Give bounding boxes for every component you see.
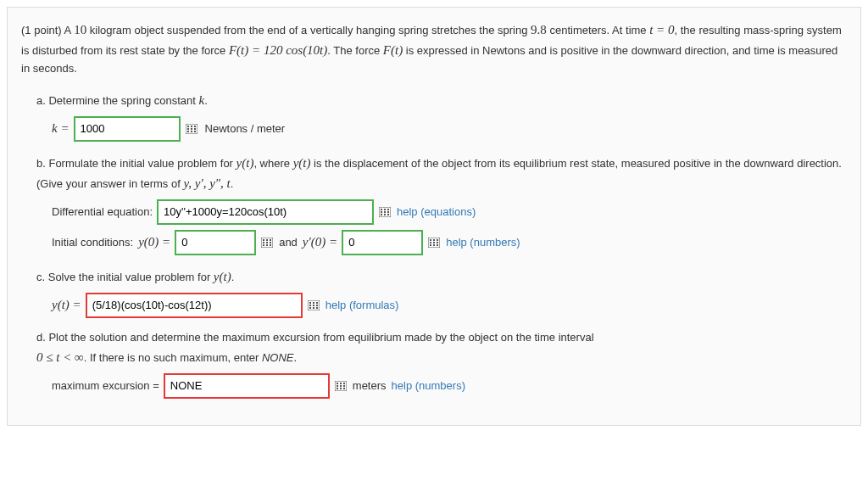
max-excursion-label: maximum excursion = (52, 379, 159, 392)
svg-rect-52 (340, 383, 342, 384)
svg-rect-41 (309, 302, 311, 304)
svg-rect-39 (437, 244, 438, 246)
y0-label: y(0) = (138, 235, 170, 249)
keypad-icon[interactable] (334, 380, 348, 392)
label-end: . (231, 177, 234, 190)
y0-input[interactable] (175, 231, 255, 254)
intro-text: (1 point) A (21, 24, 74, 36)
svg-rect-16 (387, 211, 389, 213)
keypad-icon[interactable] (260, 237, 274, 249)
svg-rect-28 (266, 244, 268, 246)
solution-input[interactable] (86, 294, 302, 317)
keypad-icon[interactable] (427, 237, 441, 249)
svg-rect-11 (381, 209, 382, 210)
part-c: c. Solve the initial value problem for y… (36, 266, 847, 317)
and-text: and (279, 236, 298, 249)
spring-constant-input[interactable] (75, 117, 180, 141)
svg-rect-22 (266, 239, 268, 241)
svg-rect-23 (270, 239, 271, 241)
force-eq: F(t) = 120 cos(10t) (229, 43, 327, 57)
svg-rect-15 (384, 211, 386, 213)
svg-rect-19 (387, 214, 389, 215)
differential-equation-input[interactable] (158, 200, 373, 224)
svg-rect-57 (337, 388, 338, 389)
svg-rect-6 (194, 128, 196, 130)
svg-rect-56 (343, 385, 345, 387)
part-a: a. Determine the spring constant k. k = … (36, 90, 847, 141)
force-sym: F(t) (383, 43, 403, 57)
help-equations-link[interactable]: help (equations) (397, 205, 476, 218)
svg-rect-37 (430, 244, 431, 246)
ic-label: Initial conditions: (52, 236, 133, 249)
svg-rect-14 (381, 211, 382, 213)
help-formulas-link[interactable]: help (formulas) (326, 299, 399, 311)
label-text: b. Formulate the initial value problem f… (36, 157, 236, 170)
part-d-answer-row: maximum excursion = meters help (numbers… (52, 374, 847, 398)
svg-rect-8 (191, 131, 192, 132)
time-zero: t = 0 (649, 23, 674, 36)
part-c-label: c. Solve the initial value problem for y… (36, 266, 847, 287)
svg-rect-45 (313, 305, 314, 306)
keypad-icon[interactable] (185, 123, 198, 135)
ic-row: Initial conditions: y(0) = and y′(0) = h… (52, 231, 847, 254)
yp0-label: y′(0) = (303, 235, 337, 249)
vars: y, y′, y″, t (183, 176, 230, 190)
keypad-icon[interactable] (378, 206, 392, 218)
svg-rect-5 (191, 128, 192, 130)
yp0-input[interactable] (342, 231, 422, 254)
svg-rect-44 (309, 305, 311, 306)
svg-rect-31 (430, 239, 431, 241)
part-d: d. Plot the solution and determine the m… (36, 329, 847, 398)
problem-container: (1 point) A 10 kilogram object suspended… (7, 7, 861, 426)
svg-rect-2 (191, 126, 192, 127)
max-excursion-input[interactable] (164, 374, 329, 398)
svg-rect-9 (194, 131, 196, 132)
yt-var: y(t) (293, 156, 311, 170)
svg-rect-24 (263, 242, 264, 243)
svg-rect-29 (270, 244, 271, 246)
part-c-answer-row: y(t) = help (formulas) (52, 294, 847, 317)
svg-rect-49 (316, 307, 318, 309)
label-text: d. Plot the solution and determine the m… (36, 331, 594, 344)
k-equals: k = (52, 121, 70, 136)
svg-rect-35 (433, 242, 435, 243)
mass-value: 10 (74, 23, 86, 36)
label-end: . (231, 271, 235, 283)
svg-rect-59 (343, 388, 345, 389)
svg-rect-4 (187, 128, 189, 130)
svg-rect-12 (384, 209, 386, 210)
svg-rect-51 (337, 383, 338, 384)
svg-rect-38 (433, 244, 435, 246)
part-a-answer-row: k = Newtons / meter (52, 117, 847, 141)
unit-label: Newtons / meter (205, 122, 286, 135)
intro-text: centimeters. At time (547, 24, 649, 36)
svg-rect-54 (337, 385, 338, 387)
interval: 0 ≤ t < ∞ (36, 350, 84, 364)
keypad-icon[interactable] (307, 299, 320, 311)
de-label: Differential equation: (52, 205, 153, 218)
label-text: c. Solve the initial value problem for (36, 271, 214, 283)
svg-rect-36 (437, 242, 438, 243)
unit-label: meters (353, 379, 387, 392)
svg-rect-47 (309, 307, 311, 309)
svg-rect-25 (266, 242, 268, 243)
svg-rect-32 (433, 239, 435, 241)
help-numbers-link[interactable]: help (numbers) (392, 379, 465, 392)
part-b: b. Formulate the initial value problem f… (36, 153, 847, 254)
intro-text: kilogram object suspended from the end o… (86, 24, 531, 36)
svg-rect-17 (381, 214, 382, 215)
svg-rect-21 (263, 239, 264, 241)
svg-rect-42 (313, 302, 314, 304)
intro-text: . The force (327, 44, 383, 57)
svg-rect-26 (270, 242, 271, 243)
svg-rect-55 (340, 385, 342, 387)
svg-rect-1 (187, 126, 189, 127)
svg-rect-33 (437, 239, 438, 241)
problem-intro: (1 point) A 10 kilogram object suspended… (21, 20, 847, 78)
yt-var: y(t) (214, 270, 231, 283)
svg-rect-34 (430, 242, 431, 243)
yt-var: y(t) (236, 156, 254, 170)
help-numbers-link[interactable]: help (numbers) (446, 236, 520, 249)
label-text: , where (253, 157, 292, 170)
svg-rect-53 (343, 383, 345, 384)
